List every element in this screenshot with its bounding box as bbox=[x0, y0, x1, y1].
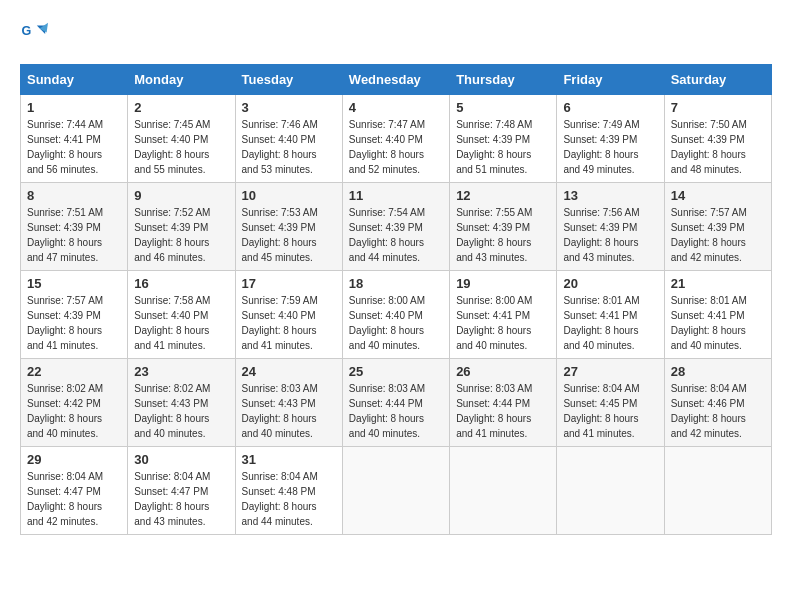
calendar-cell: 12Sunrise: 7:55 AM Sunset: 4:39 PM Dayli… bbox=[450, 183, 557, 271]
day-info: Sunrise: 8:02 AM Sunset: 4:42 PM Dayligh… bbox=[27, 381, 121, 441]
calendar-cell: 10Sunrise: 7:53 AM Sunset: 4:39 PM Dayli… bbox=[235, 183, 342, 271]
day-number: 12 bbox=[456, 188, 550, 203]
calendar-cell: 7Sunrise: 7:50 AM Sunset: 4:39 PM Daylig… bbox=[664, 95, 771, 183]
day-number: 14 bbox=[671, 188, 765, 203]
day-number: 13 bbox=[563, 188, 657, 203]
calendar-cell: 11Sunrise: 7:54 AM Sunset: 4:39 PM Dayli… bbox=[342, 183, 449, 271]
calendar-cell bbox=[664, 447, 771, 535]
day-number: 17 bbox=[242, 276, 336, 291]
day-number: 22 bbox=[27, 364, 121, 379]
calendar-cell: 31Sunrise: 8:04 AM Sunset: 4:48 PM Dayli… bbox=[235, 447, 342, 535]
day-number: 25 bbox=[349, 364, 443, 379]
calendar-cell: 21Sunrise: 8:01 AM Sunset: 4:41 PM Dayli… bbox=[664, 271, 771, 359]
day-header-saturday: Saturday bbox=[664, 65, 771, 95]
day-number: 27 bbox=[563, 364, 657, 379]
calendar-cell bbox=[450, 447, 557, 535]
calendar-cell: 26Sunrise: 8:03 AM Sunset: 4:44 PM Dayli… bbox=[450, 359, 557, 447]
day-info: Sunrise: 7:59 AM Sunset: 4:40 PM Dayligh… bbox=[242, 293, 336, 353]
calendar-cell: 3Sunrise: 7:46 AM Sunset: 4:40 PM Daylig… bbox=[235, 95, 342, 183]
day-info: Sunrise: 7:56 AM Sunset: 4:39 PM Dayligh… bbox=[563, 205, 657, 265]
day-number: 2 bbox=[134, 100, 228, 115]
day-header-sunday: Sunday bbox=[21, 65, 128, 95]
calendar-cell: 18Sunrise: 8:00 AM Sunset: 4:40 PM Dayli… bbox=[342, 271, 449, 359]
day-header-tuesday: Tuesday bbox=[235, 65, 342, 95]
calendar-cell: 23Sunrise: 8:02 AM Sunset: 4:43 PM Dayli… bbox=[128, 359, 235, 447]
calendar-cell: 24Sunrise: 8:03 AM Sunset: 4:43 PM Dayli… bbox=[235, 359, 342, 447]
day-number: 15 bbox=[27, 276, 121, 291]
calendar-cell: 27Sunrise: 8:04 AM Sunset: 4:45 PM Dayli… bbox=[557, 359, 664, 447]
day-header-thursday: Thursday bbox=[450, 65, 557, 95]
day-info: Sunrise: 7:49 AM Sunset: 4:39 PM Dayligh… bbox=[563, 117, 657, 177]
calendar-cell: 1Sunrise: 7:44 AM Sunset: 4:41 PM Daylig… bbox=[21, 95, 128, 183]
logo: G bbox=[20, 20, 52, 48]
week-row-2: 8Sunrise: 7:51 AM Sunset: 4:39 PM Daylig… bbox=[21, 183, 772, 271]
day-number: 18 bbox=[349, 276, 443, 291]
calendar-cell: 16Sunrise: 7:58 AM Sunset: 4:40 PM Dayli… bbox=[128, 271, 235, 359]
calendar-cell: 28Sunrise: 8:04 AM Sunset: 4:46 PM Dayli… bbox=[664, 359, 771, 447]
day-info: Sunrise: 7:46 AM Sunset: 4:40 PM Dayligh… bbox=[242, 117, 336, 177]
day-number: 24 bbox=[242, 364, 336, 379]
day-info: Sunrise: 8:03 AM Sunset: 4:44 PM Dayligh… bbox=[456, 381, 550, 441]
calendar-cell: 29Sunrise: 8:04 AM Sunset: 4:47 PM Dayli… bbox=[21, 447, 128, 535]
calendar-cell: 5Sunrise: 7:48 AM Sunset: 4:39 PM Daylig… bbox=[450, 95, 557, 183]
day-number: 11 bbox=[349, 188, 443, 203]
day-number: 7 bbox=[671, 100, 765, 115]
day-number: 28 bbox=[671, 364, 765, 379]
week-row-4: 22Sunrise: 8:02 AM Sunset: 4:42 PM Dayli… bbox=[21, 359, 772, 447]
calendar-cell: 19Sunrise: 8:00 AM Sunset: 4:41 PM Dayli… bbox=[450, 271, 557, 359]
day-info: Sunrise: 7:50 AM Sunset: 4:39 PM Dayligh… bbox=[671, 117, 765, 177]
day-info: Sunrise: 7:51 AM Sunset: 4:39 PM Dayligh… bbox=[27, 205, 121, 265]
calendar-cell: 4Sunrise: 7:47 AM Sunset: 4:40 PM Daylig… bbox=[342, 95, 449, 183]
calendar-cell: 17Sunrise: 7:59 AM Sunset: 4:40 PM Dayli… bbox=[235, 271, 342, 359]
day-number: 30 bbox=[134, 452, 228, 467]
day-number: 4 bbox=[349, 100, 443, 115]
calendar-cell: 25Sunrise: 8:03 AM Sunset: 4:44 PM Dayli… bbox=[342, 359, 449, 447]
day-number: 1 bbox=[27, 100, 121, 115]
logo-icon: G bbox=[20, 20, 48, 48]
week-row-5: 29Sunrise: 8:04 AM Sunset: 4:47 PM Dayli… bbox=[21, 447, 772, 535]
day-number: 23 bbox=[134, 364, 228, 379]
day-info: Sunrise: 8:01 AM Sunset: 4:41 PM Dayligh… bbox=[563, 293, 657, 353]
day-info: Sunrise: 7:48 AM Sunset: 4:39 PM Dayligh… bbox=[456, 117, 550, 177]
calendar-cell: 13Sunrise: 7:56 AM Sunset: 4:39 PM Dayli… bbox=[557, 183, 664, 271]
day-info: Sunrise: 8:03 AM Sunset: 4:44 PM Dayligh… bbox=[349, 381, 443, 441]
page-header: G bbox=[20, 20, 772, 48]
day-info: Sunrise: 7:52 AM Sunset: 4:39 PM Dayligh… bbox=[134, 205, 228, 265]
calendar-cell: 15Sunrise: 7:57 AM Sunset: 4:39 PM Dayli… bbox=[21, 271, 128, 359]
day-header-friday: Friday bbox=[557, 65, 664, 95]
calendar-cell: 30Sunrise: 8:04 AM Sunset: 4:47 PM Dayli… bbox=[128, 447, 235, 535]
day-number: 19 bbox=[456, 276, 550, 291]
calendar-cell bbox=[342, 447, 449, 535]
calendar-table: SundayMondayTuesdayWednesdayThursdayFrid… bbox=[20, 64, 772, 535]
day-number: 29 bbox=[27, 452, 121, 467]
day-number: 8 bbox=[27, 188, 121, 203]
day-info: Sunrise: 8:03 AM Sunset: 4:43 PM Dayligh… bbox=[242, 381, 336, 441]
day-info: Sunrise: 8:01 AM Sunset: 4:41 PM Dayligh… bbox=[671, 293, 765, 353]
day-number: 3 bbox=[242, 100, 336, 115]
calendar-cell: 22Sunrise: 8:02 AM Sunset: 4:42 PM Dayli… bbox=[21, 359, 128, 447]
week-row-1: 1Sunrise: 7:44 AM Sunset: 4:41 PM Daylig… bbox=[21, 95, 772, 183]
day-header-wednesday: Wednesday bbox=[342, 65, 449, 95]
day-number: 26 bbox=[456, 364, 550, 379]
day-info: Sunrise: 7:57 AM Sunset: 4:39 PM Dayligh… bbox=[27, 293, 121, 353]
day-info: Sunrise: 7:55 AM Sunset: 4:39 PM Dayligh… bbox=[456, 205, 550, 265]
day-number: 16 bbox=[134, 276, 228, 291]
day-number: 21 bbox=[671, 276, 765, 291]
calendar-cell: 14Sunrise: 7:57 AM Sunset: 4:39 PM Dayli… bbox=[664, 183, 771, 271]
week-row-3: 15Sunrise: 7:57 AM Sunset: 4:39 PM Dayli… bbox=[21, 271, 772, 359]
day-info: Sunrise: 8:04 AM Sunset: 4:45 PM Dayligh… bbox=[563, 381, 657, 441]
day-info: Sunrise: 7:58 AM Sunset: 4:40 PM Dayligh… bbox=[134, 293, 228, 353]
day-number: 31 bbox=[242, 452, 336, 467]
header-row: SundayMondayTuesdayWednesdayThursdayFrid… bbox=[21, 65, 772, 95]
day-info: Sunrise: 8:02 AM Sunset: 4:43 PM Dayligh… bbox=[134, 381, 228, 441]
calendar-cell: 2Sunrise: 7:45 AM Sunset: 4:40 PM Daylig… bbox=[128, 95, 235, 183]
calendar-cell: 8Sunrise: 7:51 AM Sunset: 4:39 PM Daylig… bbox=[21, 183, 128, 271]
calendar-cell: 20Sunrise: 8:01 AM Sunset: 4:41 PM Dayli… bbox=[557, 271, 664, 359]
day-info: Sunrise: 7:45 AM Sunset: 4:40 PM Dayligh… bbox=[134, 117, 228, 177]
day-info: Sunrise: 7:47 AM Sunset: 4:40 PM Dayligh… bbox=[349, 117, 443, 177]
day-info: Sunrise: 7:54 AM Sunset: 4:39 PM Dayligh… bbox=[349, 205, 443, 265]
calendar-cell: 6Sunrise: 7:49 AM Sunset: 4:39 PM Daylig… bbox=[557, 95, 664, 183]
day-number: 5 bbox=[456, 100, 550, 115]
day-info: Sunrise: 8:04 AM Sunset: 4:47 PM Dayligh… bbox=[134, 469, 228, 529]
day-info: Sunrise: 8:00 AM Sunset: 4:41 PM Dayligh… bbox=[456, 293, 550, 353]
